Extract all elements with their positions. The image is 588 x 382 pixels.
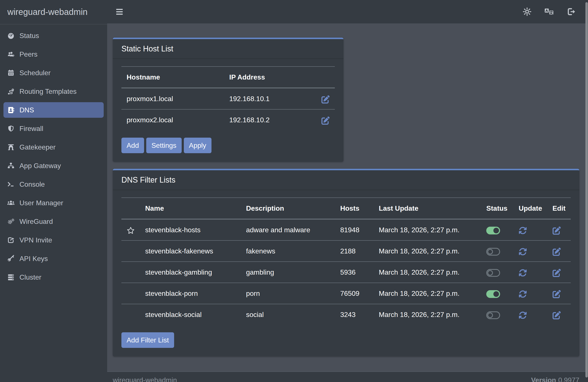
- column-header-last-update: Last Update: [374, 198, 481, 219]
- calendar-icon: [7, 69, 20, 77]
- ip-cell: 192.168.10.1: [224, 88, 316, 109]
- theme-sun-icon[interactable]: [522, 7, 532, 16]
- sign-out-icon[interactable]: [567, 7, 576, 16]
- sidebar-item-label: Console: [20, 180, 45, 189]
- hosts-cell: 2188: [335, 240, 374, 262]
- refresh-icon[interactable]: [519, 290, 527, 298]
- status-toggle[interactable]: [486, 248, 500, 255]
- main-area: Static Host List Hostname IP Address pro…: [107, 0, 588, 382]
- gears-icon: [7, 218, 20, 226]
- users-gear-icon: [7, 50, 20, 58]
- sidebar-item-api-keys[interactable]: API Keys: [3, 251, 104, 266]
- sidebar-item-label: Gatekeeper: [20, 143, 56, 151]
- hosts-cell: 81948: [335, 219, 374, 240]
- edit-icon[interactable]: [553, 290, 561, 298]
- name-cell: stevenblack-fakenews: [140, 240, 241, 262]
- refresh-icon[interactable]: [519, 226, 527, 235]
- name-cell: stevenblack-hosts: [140, 219, 241, 240]
- table-row: stevenblack-social social 3243 March 18,…: [121, 304, 571, 325]
- sidebar-item-routing-templates[interactable]: Routing Templates: [3, 84, 104, 99]
- table-row: stevenblack-fakenews fakenews 2188 March…: [121, 240, 571, 262]
- sidebar-item-label: User Manager: [20, 199, 63, 207]
- sidebar-item-dns[interactable]: DNS: [3, 102, 104, 118]
- hostname-cell: proxmox2.local: [121, 109, 224, 130]
- apply-button[interactable]: Apply: [184, 138, 211, 153]
- sidebar-item-label: Status: [20, 32, 39, 40]
- sidebar-item-label: Cluster: [20, 273, 41, 281]
- sidebar-nav: Status Peers Scheduler Routing Templates…: [0, 24, 107, 292]
- hostname-cell: proxmox1.local: [121, 88, 224, 109]
- refresh-icon[interactable]: [519, 311, 527, 319]
- sidebar-item-label: App Gateway: [20, 162, 61, 170]
- edit-icon[interactable]: [553, 226, 561, 235]
- refresh-icon[interactable]: [519, 248, 527, 256]
- sidebar-item-user-manager[interactable]: User Manager: [3, 195, 104, 211]
- last-update-cell: March 18, 2026, 2:27 p.m.: [374, 240, 481, 262]
- table-row: stevenblack-gambling gambling 5936 March…: [121, 262, 571, 283]
- language-icon[interactable]: [544, 7, 554, 16]
- sidebar-item-status[interactable]: Status: [3, 28, 104, 43]
- hosts-cell: 76509: [335, 283, 374, 304]
- topbar-actions: [522, 7, 576, 16]
- description-cell: adware and malware: [241, 219, 335, 240]
- description-cell: porn: [241, 283, 335, 304]
- column-header-description: Description: [241, 198, 335, 219]
- column-header-update: Update: [513, 198, 547, 219]
- column-header-name: Name: [140, 198, 241, 219]
- description-cell: social: [241, 304, 335, 325]
- status-toggle[interactable]: [486, 269, 500, 277]
- gauge-icon: [7, 32, 20, 40]
- sidebar-item-label: VPN Invite: [20, 236, 52, 244]
- edit-icon[interactable]: [321, 116, 330, 125]
- edit-icon[interactable]: [321, 95, 330, 104]
- last-update-cell: March 18, 2026, 2:27 p.m.: [374, 262, 481, 283]
- edit-icon[interactable]: [553, 248, 561, 256]
- table-row: stevenblack-hosts adware and malware 819…: [121, 219, 571, 240]
- static-host-table: Hostname IP Address proxmox1.local 192.1…: [121, 66, 335, 130]
- shield-icon: [7, 125, 20, 133]
- last-update-cell: March 18, 2026, 2:27 p.m.: [374, 283, 481, 304]
- status-toggle[interactable]: [486, 290, 500, 298]
- sidebar-item-label: Peers: [20, 50, 38, 58]
- sidebar-item-cluster[interactable]: Cluster: [3, 269, 104, 285]
- status-toggle[interactable]: [486, 311, 500, 319]
- sidebar-item-app-gateway[interactable]: App Gateway: [3, 158, 104, 173]
- scrollbar[interactable]: [586, 2, 588, 378]
- hosts-cell: 5936: [335, 262, 374, 283]
- footer: wireguard-webadmin Version0.9977: [107, 371, 588, 382]
- description-cell: gambling: [241, 262, 335, 283]
- sidebar-item-console[interactable]: Console: [3, 176, 104, 192]
- sidebar-item-gatekeeper[interactable]: Gatekeeper: [3, 139, 104, 155]
- brand[interactable]: wireguard-webadmin: [0, 0, 107, 24]
- sitemap-icon: [7, 162, 20, 170]
- sidebar-item-label: Routing Templates: [20, 87, 77, 95]
- route-icon: [7, 87, 20, 95]
- add-filter-list-button[interactable]: Add Filter List: [121, 332, 174, 348]
- sidebar-item-vpn-invite[interactable]: VPN Invite: [3, 232, 104, 248]
- edit-icon[interactable]: [553, 311, 561, 319]
- ip-cell: 192.168.10.2: [224, 109, 316, 130]
- sidebar-item-wireguard[interactable]: WireGuard: [3, 214, 104, 229]
- refresh-icon[interactable]: [519, 269, 527, 277]
- footer-brand: wireguard-webadmin: [113, 376, 177, 382]
- table-row: proxmox1.local 192.168.10.1: [121, 88, 335, 109]
- edit-icon[interactable]: [553, 269, 561, 277]
- hosts-cell: 3243: [335, 304, 374, 325]
- add-button[interactable]: Add: [121, 138, 144, 153]
- last-update-cell: March 18, 2026, 2:27 p.m.: [374, 304, 481, 325]
- version-label: Version: [531, 376, 556, 382]
- menu-toggle-button[interactable]: [116, 9, 123, 15]
- name-cell: stevenblack-gambling: [140, 262, 241, 283]
- settings-button[interactable]: Settings: [146, 138, 182, 153]
- column-header-star: [121, 198, 140, 219]
- sidebar: wireguard-webadmin Status Peers Schedule…: [0, 0, 107, 382]
- content: Static Host List Hostname IP Address pro…: [107, 24, 588, 357]
- star-icon: [126, 226, 135, 235]
- sidebar-item-peers[interactable]: Peers: [3, 46, 104, 62]
- card-title: Static Host List: [113, 39, 343, 59]
- status-toggle[interactable]: [486, 227, 500, 234]
- sidebar-item-firewall[interactable]: Firewall: [3, 121, 104, 136]
- topbar: [107, 0, 588, 24]
- sidebar-item-scheduler[interactable]: Scheduler: [3, 65, 104, 81]
- sidebar-item-label: Scheduler: [20, 69, 51, 77]
